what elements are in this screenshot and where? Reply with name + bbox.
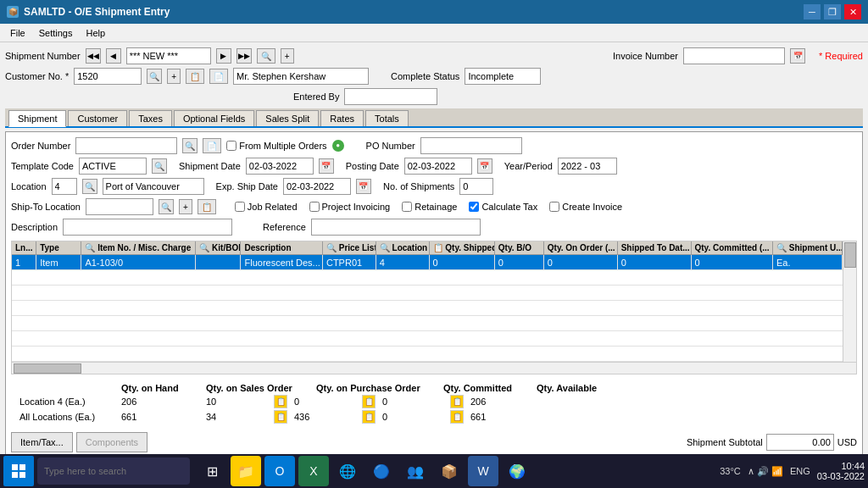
posting-date-cal[interactable]: 📅 bbox=[477, 158, 492, 174]
tab-sales-split[interactable]: Sales Split bbox=[256, 110, 319, 126]
cell-shipment-unit: Ea. bbox=[773, 255, 843, 269]
allloc-purchase-info[interactable]: 📋 bbox=[362, 410, 376, 424]
po-number-input[interactable] bbox=[420, 137, 522, 154]
ship-to-location-input[interactable] bbox=[86, 198, 153, 215]
ship-to-search-button[interactable]: 🔍 bbox=[159, 199, 174, 214]
menu-settings[interactable]: Settings bbox=[32, 26, 80, 40]
job-related-check[interactable]: Job Related bbox=[235, 202, 298, 212]
reference-input[interactable] bbox=[311, 219, 481, 236]
order-search-button[interactable]: 🔍 bbox=[182, 138, 198, 153]
header-row-3: Entered By bbox=[5, 88, 863, 105]
search-shipment-button[interactable]: 🔍 bbox=[257, 48, 275, 64]
customer-no-label: Customer No. * bbox=[5, 71, 69, 81]
customer-search-button[interactable]: 🔍 bbox=[147, 69, 162, 84]
loc4-qtycommit: 0 bbox=[382, 396, 450, 407]
components-button[interactable]: Components bbox=[76, 432, 147, 452]
exp-ship-date-cal[interactable]: 📅 bbox=[356, 179, 371, 194]
grid-empty-row bbox=[12, 347, 843, 362]
grid-scrollbar-h[interactable] bbox=[12, 362, 856, 374]
grid-scroll-area[interactable]: Ln... Type 🔍 Item No. / Misc. Charge 🔍 K… bbox=[12, 241, 843, 362]
template-code-input[interactable]: ACTIVE bbox=[79, 158, 147, 175]
taskbar-icon-teams[interactable]: 👥 bbox=[400, 456, 431, 486]
ship-to-info-button[interactable]: 📋 bbox=[198, 199, 216, 214]
customer-doc-button[interactable]: 📄 bbox=[209, 69, 228, 84]
header-row-1: Shipment Number ◀◀ ◀ *** NEW *** ▶ ▶▶ 🔍 … bbox=[5, 47, 863, 64]
from-multiple-orders-check[interactable]: From Multiple Orders bbox=[226, 141, 326, 151]
summary-col-qtyhand: Qty. on Hand bbox=[121, 383, 206, 393]
location-name-input[interactable]: Port of Vancouver bbox=[103, 178, 204, 195]
item-tax-button[interactable]: Item/Tax... bbox=[11, 432, 73, 452]
taskbar-icon-word[interactable]: W bbox=[468, 456, 498, 486]
taskbar-icon-edge[interactable]: 🔵 bbox=[366, 456, 397, 486]
grid-scrollbar-v[interactable] bbox=[843, 241, 856, 362]
template-search-button[interactable]: 🔍 bbox=[152, 158, 167, 174]
nav-next-button[interactable]: ▶ bbox=[216, 48, 231, 64]
entered-by-input[interactable] bbox=[344, 88, 437, 105]
add-shipment-button[interactable]: + bbox=[281, 48, 294, 64]
tab-rates[interactable]: Rates bbox=[320, 110, 364, 126]
description-input[interactable] bbox=[63, 219, 232, 236]
retainage-check[interactable]: Retainage bbox=[402, 202, 457, 212]
allloc-sales-info[interactable]: 📋 bbox=[274, 410, 287, 424]
menu-file[interactable]: File bbox=[3, 26, 32, 40]
shipment-subtotal-input[interactable]: 0.00 bbox=[766, 434, 834, 451]
location-search-button[interactable]: 🔍 bbox=[82, 179, 97, 194]
shipment-number-input[interactable]: *** NEW *** bbox=[126, 47, 211, 64]
order-number-input[interactable] bbox=[75, 137, 177, 154]
ship-to-add-button[interactable]: + bbox=[179, 199, 192, 214]
nav-first-button[interactable]: ◀◀ bbox=[86, 48, 101, 64]
customer-add-button[interactable]: + bbox=[167, 69, 181, 84]
taskbar-icon-chrome[interactable]: 🌐 bbox=[332, 456, 363, 486]
create-invoice-check[interactable]: Create Invoice bbox=[549, 202, 622, 212]
allloc-commit-info[interactable]: 📋 bbox=[450, 410, 464, 424]
window-close-button[interactable]: ✕ bbox=[844, 4, 861, 19]
location-input[interactable]: 4 bbox=[52, 178, 77, 195]
loc4-purchase-info[interactable]: 📋 bbox=[362, 395, 376, 408]
loc4-commit-info[interactable]: 📋 bbox=[450, 395, 464, 408]
order-doc-button[interactable]: 📄 bbox=[203, 138, 221, 153]
taskbar-search-input[interactable] bbox=[37, 458, 190, 485]
loc4-sales-info[interactable]: 📋 bbox=[274, 395, 287, 408]
menu-help[interactable]: Help bbox=[79, 26, 112, 40]
tab-taxes[interactable]: Taxes bbox=[129, 110, 172, 126]
taskbar-icon-multiwindow[interactable]: ⊞ bbox=[197, 456, 227, 486]
shipment-date-cal[interactable]: 📅 bbox=[319, 158, 334, 174]
scrollbar-thumb[interactable] bbox=[844, 242, 856, 268]
grid-data-row[interactable]: 1 Item A1-103/0 Fluorescent Des... CTPR0… bbox=[12, 255, 843, 270]
allloc-qtyhand: 661 bbox=[121, 412, 206, 422]
customer-no-input[interactable]: 1520 bbox=[74, 68, 142, 85]
year-period-input[interactable]: 2022 - 03 bbox=[558, 158, 617, 175]
invoice-number-input[interactable] bbox=[683, 47, 785, 64]
taskbar-icon-outlook[interactable]: O bbox=[264, 456, 295, 486]
col-qty-on-order: Qty. On Order (... bbox=[544, 241, 618, 254]
taskbar-icon-explorer[interactable]: 📁 bbox=[231, 456, 261, 486]
no-of-shipments-input[interactable]: 0 bbox=[459, 178, 493, 195]
taskbar-icon-excel[interactable]: X bbox=[298, 456, 329, 486]
tab-totals[interactable]: Totals bbox=[365, 110, 409, 126]
exp-ship-date-input[interactable]: 02-03-2022 bbox=[283, 178, 351, 195]
customer-info-button[interactable]: 📋 bbox=[186, 69, 204, 84]
shipment-date-input[interactable]: 02-03-2022 bbox=[246, 158, 314, 175]
invoice-lookup-button[interactable]: 📅 bbox=[790, 48, 805, 64]
tab-content: Order Number 🔍 📄 From Multiple Orders ● … bbox=[5, 131, 863, 482]
project-invoicing-check[interactable]: Project Invoicing bbox=[309, 202, 391, 212]
tab-shipment[interactable]: Shipment bbox=[8, 110, 66, 127]
calculate-tax-check[interactable]: Calculate Tax bbox=[469, 202, 537, 212]
taskbar-icon-app1[interactable]: 📦 bbox=[434, 456, 465, 486]
posting-date-input[interactable]: 02-03-2022 bbox=[404, 158, 472, 175]
loc4-qtyavail: 206 bbox=[470, 396, 538, 407]
taskbar-icon-browser2[interactable]: 🌍 bbox=[502, 456, 532, 486]
tab-optional-fields[interactable]: Optional Fields bbox=[174, 110, 254, 126]
tab-customer[interactable]: Customer bbox=[68, 110, 127, 126]
h-scrollbar-thumb[interactable] bbox=[14, 363, 81, 374]
minimize-button[interactable]: ─ bbox=[804, 4, 821, 19]
cell-pricelist: CTPR01 bbox=[323, 255, 376, 269]
nav-last-button[interactable]: ▶▶ bbox=[236, 48, 252, 64]
start-button[interactable] bbox=[3, 456, 34, 486]
complete-status-input[interactable]: Incomplete bbox=[465, 68, 541, 85]
customer-name-input[interactable]: Mr. Stephen Kershaw bbox=[233, 68, 369, 85]
taskbar-time-display: 10:44 bbox=[817, 461, 865, 471]
summary-col-qtyavail: Qty. Available bbox=[537, 383, 621, 393]
restore-button[interactable]: ❐ bbox=[824, 4, 841, 19]
nav-prev-button[interactable]: ◀ bbox=[106, 48, 121, 64]
